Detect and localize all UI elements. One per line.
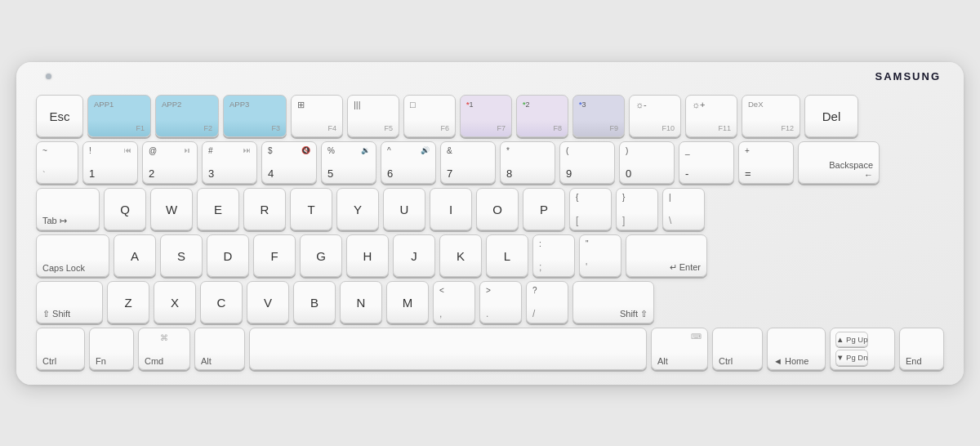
key-bottom: ' [586,261,587,273]
key-c[interactable]: C [200,281,243,323]
key-u[interactable]: U [383,188,425,230]
key-top: : [539,239,541,248]
key-9[interactable]: ( 9 [559,141,615,184]
key-f12[interactable]: DeX F12 [742,95,800,137]
key-label: F [260,239,289,273]
key-f10[interactable]: ☼- F10 [629,95,681,137]
key-bottom: 8 [506,167,512,180]
key-lbracket[interactable]: { [ [569,188,612,230]
key-pgupdn: ▲ Pg Up ▼ Pg Dn [830,328,895,370]
key-i[interactable]: I [430,188,472,230]
key-fn-label: F9 [609,124,618,132]
key-f8[interactable]: *2 F8 [516,95,568,137]
key-top: ? [532,286,537,295]
key-slash[interactable]: ? / [526,281,568,323]
key-enter[interactable]: ↵ Enter [626,234,707,277]
key-w[interactable]: W [150,188,193,230]
key-z[interactable]: Z [107,281,149,323]
key-6[interactable]: ^ 🔊 6 [381,141,436,184]
key-bottom: 4 [268,167,274,180]
key-period[interactable]: > . [479,281,522,323]
key-f9[interactable]: *3 F9 [572,95,625,137]
key-minus[interactable]: _ - [679,141,734,184]
key-q[interactable]: Q [104,188,146,230]
key-v[interactable]: V [247,281,289,323]
key-m[interactable]: M [386,281,429,323]
key-bottom: ` [42,170,46,180]
key-ctrl-right[interactable]: Ctrl [712,328,763,370]
key-media: 🔊 [421,146,430,155]
key-f[interactable]: F [253,234,296,277]
key-h[interactable]: H [346,234,389,277]
key-bottom: 6 [387,167,393,180]
key-f4[interactable]: ⊞ F4 [291,95,343,137]
key-d[interactable]: D [207,234,249,277]
key-1[interactable]: ! ⏮ 1 [82,141,138,184]
key-f6[interactable]: □ F6 [403,95,456,137]
key-r[interactable]: R [243,188,286,230]
key-0[interactable]: ) 0 [619,141,675,184]
key-esc[interactable]: Esc [36,95,83,137]
key-top: } [622,193,625,202]
key-4[interactable]: $ 🔇 4 [261,141,317,184]
key-backslash[interactable]: | \ [662,188,705,230]
key-tab[interactable]: Tab ↦ [36,188,100,230]
key-quote[interactable]: " ' [579,234,621,277]
key-label: Y [343,193,372,226]
key-shift-left[interactable]: ⇧ Shift [36,281,103,323]
key-bottom: - [685,167,688,180]
key-y[interactable]: Y [336,188,379,230]
key-p[interactable]: P [523,188,565,230]
key-shift-right[interactable]: Shift ⇧ [572,281,654,323]
key-media: 🔉 [361,146,370,155]
key-home[interactable]: ◄ Home [767,328,826,370]
key-f1[interactable]: APP1 F1 [87,95,151,137]
key-3[interactable]: # ⏭ 3 [202,141,257,184]
key-top: { [576,193,578,202]
key-tilde[interactable]: ~ ` [36,141,78,184]
key-f3[interactable]: APP3 F3 [223,95,287,137]
key-b[interactable]: B [293,281,336,323]
key-equals[interactable]: + = [738,141,794,184]
key-7[interactable]: & 7 [440,141,496,184]
key-top: * [506,146,510,155]
key-capslock[interactable]: Caps Lock [36,234,109,277]
key-s[interactable]: S [160,234,203,277]
key-a[interactable]: A [114,234,156,277]
key-g[interactable]: G [300,234,342,277]
key-comma[interactable]: < , [433,281,475,323]
key-x[interactable]: X [154,281,196,323]
key-l[interactable]: L [486,234,528,277]
key-e[interactable]: E [197,188,239,230]
key-rbracket[interactable]: } ] [616,188,658,230]
key-8[interactable]: * 8 [500,141,555,184]
key-del[interactable]: Del [804,95,858,137]
key-2[interactable]: @ ⏯ 2 [142,141,198,184]
key-cmd[interactable]: ⌘ Cmd [138,328,190,370]
key-f5[interactable]: ||| F5 [347,95,399,137]
key-fn[interactable]: Fn [89,328,134,370]
key-semicolon[interactable]: : ; [532,234,575,277]
key-j[interactable]: J [393,234,435,277]
key-o[interactable]: O [476,188,519,230]
key-space[interactable] [249,328,647,370]
key-pgdn[interactable]: ▼ Pg Dn [835,350,868,366]
key-end[interactable]: End [899,328,944,370]
key-5[interactable]: % 🔉 5 [321,141,376,184]
key-f11[interactable]: ☼+ F11 [685,95,737,137]
key-bottom: ] [622,215,625,226]
key-f7[interactable]: *1 F7 [460,95,512,137]
key-alt-right[interactable]: ⌨︎ Alt [651,328,708,370]
key-f2[interactable]: APP2 F2 [155,95,219,137]
key-t[interactable]: T [290,188,332,230]
key-ctrl-left[interactable]: Ctrl [36,328,85,370]
key-n[interactable]: N [340,281,382,323]
key-backspace[interactable]: Backspace ← [798,141,880,184]
key-alt-left[interactable]: Alt [194,328,245,370]
key-label: Alt [657,356,668,366]
key-k[interactable]: K [439,234,482,277]
key-top: & [447,146,452,155]
key-pgup[interactable]: ▲ Pg Up [835,332,868,348]
key-label: ↵ Enter [670,262,701,273]
key-label: E [203,193,233,226]
